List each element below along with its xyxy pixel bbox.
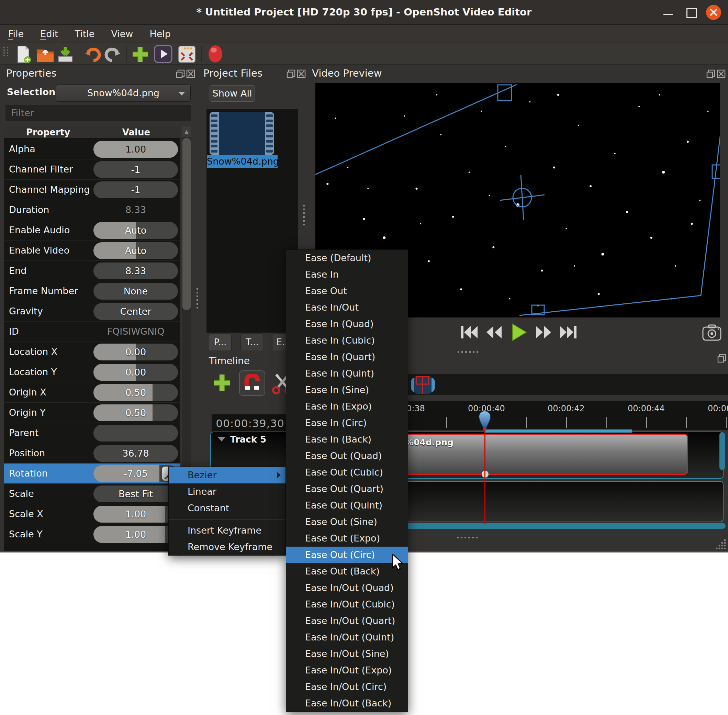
timeline-splitter[interactable] [457,537,478,539]
timeline-clip[interactable]: Snow%04d.png [374,434,688,475]
timeline-vertical-scrollbar[interactable] [719,432,725,470]
submenu-item-ease-out-quint-[interactable]: Ease Out (Quint) [286,497,408,514]
submenu-item-ease-in-out[interactable]: Ease In/Out [286,299,408,316]
submenu-item-ease-out-sine-[interactable]: Ease Out (Sine) [286,514,408,530]
submenu-item-ease-out-circ-[interactable]: Ease Out (Circ) [286,547,408,563]
add-track-icon[interactable] [212,373,232,393]
play-button[interactable] [510,323,528,341]
choose-profile-icon[interactable] [153,44,173,64]
fullscreen-icon[interactable] [177,45,196,64]
property-row-scale-y[interactable]: Scale Y1.00 [4,524,180,544]
filter-input[interactable]: Filter [6,105,191,121]
tab-transitions[interactable]: T... [241,333,264,350]
submenu-item-ease-out[interactable]: Ease Out [286,283,408,299]
menu-item-constant[interactable]: Constant [169,500,285,516]
menubar-item-edit[interactable]: Edit [32,25,66,42]
selection-dropdown[interactable]: Snow%04d.png [56,84,191,102]
panel-splitter[interactable] [196,288,199,309]
show-all-button[interactable]: Show All [210,85,255,102]
menubar-item-view[interactable]: View [103,25,141,42]
submenu-item-ease-in-expo-[interactable]: Ease In (Expo) [286,398,408,415]
property-value-slider[interactable]: 1.00 [93,526,178,543]
tab-project-files[interactable]: P... [209,333,232,350]
submenu-item-ease-in-out-back-[interactable]: Ease In/Out (Back) [286,695,408,712]
float-panel-icon[interactable] [286,69,295,78]
jump-end-button[interactable] [559,325,577,340]
menu-item-remove-keyframe[interactable]: Remove Keyframe [169,539,285,555]
property-row-enable-audio[interactable]: Enable AudioAuto [4,220,180,240]
import-files-icon[interactable] [131,45,150,64]
submenu-item-ease-in-out-sine-[interactable]: Ease In/Out (Sine) [286,646,408,662]
property-row-scale-x[interactable]: Scale X1.00 [4,504,180,524]
property-row-end[interactable]: End8.33 [4,261,180,281]
submenu-item-ease-in-out-circ-[interactable]: Ease In/Out (Circ) [286,679,408,695]
submenu-item-ease-out-cubic-[interactable]: Ease Out (Cubic) [286,464,408,481]
submenu-item-ease-in-back-[interactable]: Ease In (Back) [286,431,408,448]
file-name-selected[interactable]: Snow%04d.png [207,155,277,168]
menubar-item-help[interactable]: Help [141,25,179,42]
property-row-parent[interactable]: Parent [4,422,180,443]
close-button[interactable] [706,5,721,20]
titlebar[interactable]: * Untitled Project [HD 720p 30 fps] - Op… [0,0,728,25]
new-project-icon[interactable] [14,45,33,64]
property-value-slider[interactable] [93,425,178,442]
property-value-slider[interactable]: -1 [93,161,178,178]
property-value-slider[interactable]: 8.33 [93,262,178,279]
menu-item-bezier[interactable]: Bezier [169,467,285,483]
property-row-origin-y[interactable]: Origin Y0.50 [4,402,180,422]
property-value-slider[interactable]: -1 [93,181,178,198]
submenu-item-ease-in-circ-[interactable]: Ease In (Circ) [286,415,408,431]
property-value-slider[interactable]: Best Fit [93,486,178,502]
scroll-up-icon[interactable]: ▲ [182,127,191,137]
submenu-item-ease-in-out-quart-[interactable]: Ease In/Out (Quart) [286,612,408,629]
submenu-item-ease-out-quart-[interactable]: Ease Out (Quart) [286,481,408,497]
chevron-down-icon[interactable] [218,437,225,442]
submenu-item-ease-in-quad-[interactable]: Ease In (Quad) [286,316,408,332]
redo-icon[interactable] [103,45,122,64]
property-value-slider[interactable]: 0.00 [93,344,178,361]
property-value-slider[interactable]: 1.00 [93,506,178,523]
float-panel-icon[interactable] [706,69,715,78]
property-row-id[interactable]: IDFQISIWGNIQ [4,321,180,341]
submenu-item-ease-in-quint-[interactable]: Ease In (Quint) [286,365,408,382]
undo-icon[interactable] [83,45,102,64]
property-row-alpha[interactable]: Alpha1.00 [4,139,180,159]
submenu-item-ease-in-out-quint-[interactable]: Ease In/Out (Quint) [286,629,408,646]
float-panel-icon[interactable] [176,69,185,78]
submenu-item-ease-in-out-quad-[interactable]: Ease In/Out (Quad) [286,580,408,596]
property-value-slider[interactable]: 1.00 [93,141,178,158]
submenu-item-ease-in-out-cubic-[interactable]: Ease In/Out (Cubic) [286,596,408,612]
float-panel-icon[interactable] [717,354,726,363]
minimize-button[interactable] [661,5,676,20]
property-row-location-y[interactable]: Location Y0.00 [4,362,180,382]
property-value-slider[interactable]: Auto [93,242,178,259]
jump-start-button[interactable] [460,325,478,340]
open-project-icon[interactable] [36,45,55,64]
property-row-enable-video[interactable]: Enable VideoAuto [4,240,180,261]
property-value-slider[interactable]: Center [93,303,178,320]
menu-item-insert-keyframe[interactable]: Insert Keyframe [169,522,285,539]
panel-splitter[interactable] [303,205,306,225]
export-video-icon[interactable] [205,44,225,64]
submenu-item-ease-out-quad-[interactable]: Ease Out (Quad) [286,448,408,464]
property-row-frame-number[interactable]: Frame NumberNone [4,281,180,301]
property-row-origin-x[interactable]: Origin X0.50 [4,382,180,402]
property-value-slider[interactable]: 0.00 [93,364,178,381]
property-row-scale[interactable]: ScaleBest Fit [4,483,180,504]
property-value-slider[interactable]: -7.05 [93,465,178,482]
close-panel-icon[interactable] [186,69,195,78]
property-row-channel-filter[interactable]: Channel Filter-1 [4,159,180,180]
property-value-slider[interactable]: 36.78 [93,445,178,462]
submenu-item-ease-out-expo-[interactable]: Ease Out (Expo) [286,530,408,547]
submenu-item-ease-in-sine-[interactable]: Ease In (Sine) [286,382,408,398]
fast-forward-button[interactable] [535,325,552,340]
property-row-gravity[interactable]: GravityCenter [4,301,180,321]
maximize-button[interactable] [683,5,698,20]
submenu-item-ease-in-out-expo-[interactable]: Ease In/Out (Expo) [286,662,408,679]
property-value-slider[interactable]: Auto [93,222,178,239]
property-value-slider[interactable]: 0.50 [93,384,178,401]
property-value-slider[interactable]: None [93,283,178,300]
snapping-toggle[interactable] [239,370,265,396]
menu-item-linear[interactable]: Linear [169,483,285,500]
submenu-item-ease-default-[interactable]: Ease (Default) [286,250,408,266]
